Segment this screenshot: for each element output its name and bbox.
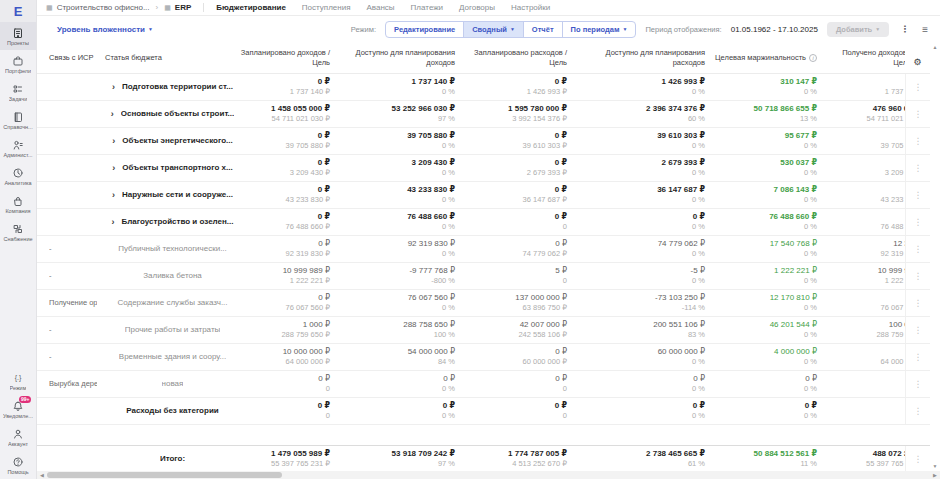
sidebar-item-mode[interactable]: {.}Режим <box>0 367 36 395</box>
sidebar-item-help[interactable]: Помощь <box>0 451 36 479</box>
chevron-down-icon: ▼ <box>148 27 153 32</box>
row-menu-icon[interactable]: ⋮ <box>914 298 923 308</box>
sidebar-item-administration[interactable]: Админист... <box>0 134 36 162</box>
table-row[interactable]: Получение орСодержание службы заказч...0… <box>37 290 930 317</box>
cell-budget-item: ›Подготовка территории ст... <box>97 82 240 92</box>
cell-budget-item: ›Объекты энергетического... <box>97 136 240 146</box>
cell-available-income: 1 737 140 ₽0 % <box>330 77 455 97</box>
sidebar-item-label: Уведомле... <box>3 413 33 419</box>
row-menu-icon[interactable]: ⋮ <box>914 454 923 464</box>
row-menu-icon[interactable]: ⋮ <box>914 190 923 200</box>
mode-button-1[interactable]: Редактирование <box>386 22 463 37</box>
target-margin-value: 46 201 544 ₽ <box>705 320 817 330</box>
tab-5[interactable]: Договоры <box>459 3 495 12</box>
table-row[interactable]: ›Основные объекты строит...1 458 055 000… <box>37 101 930 128</box>
target-margin-value: 7 086 143 ₽ <box>705 185 817 195</box>
table-row[interactable]: -Временные здания и соору...10 000 000 ₽… <box>37 344 930 371</box>
table-row[interactable]: Вырубка дереновая0 ₽00 ₽0 %0 ₽00 ₽0 %0 ₽… <box>37 371 930 398</box>
row-menu-icon[interactable]: ⋮ <box>914 352 923 362</box>
mode-button-2[interactable]: Сводный▼ <box>463 22 523 37</box>
table-settings-gear-icon[interactable]: ⚙ <box>913 57 921 67</box>
cell-planned-income: 10 000 000 ₽64 000 000 ₽ <box>240 347 330 367</box>
workspace-grid-icon: ▦ <box>46 4 53 12</box>
tab-1[interactable]: Бюджетирование <box>216 3 286 12</box>
available-income-target: 0 % <box>330 384 455 394</box>
expand-chevron-icon[interactable]: › <box>112 136 115 146</box>
table-row[interactable]: ›Объекты энергетического...0 ₽39 705 880… <box>37 128 930 155</box>
info-icon[interactable]: i <box>809 54 817 62</box>
tab-2[interactable]: Поступления <box>302 3 351 12</box>
table-row[interactable]: -Прочие работы и затраты1 000 ₽288 759 6… <box>37 317 930 344</box>
more-options-icon[interactable]: ⋮ <box>898 24 911 34</box>
expand-chevron-icon[interactable]: › <box>111 109 114 119</box>
sidebar-item-notifications[interactable]: 99+Уведомле... <box>0 395 36 423</box>
row-menu-icon[interactable]: ⋮ <box>914 136 923 146</box>
received-income-target: 3 209 430 ₽ <box>817 168 905 178</box>
app-sidebar: E ПроектыПортфелиЗадачиСправочн...Админи… <box>0 0 37 479</box>
table-row[interactable]: -Публичный технологически...0 ₽92 319 83… <box>37 236 930 263</box>
row-menu-icon[interactable]: ⋮ <box>914 109 923 119</box>
planned-expense-target: 63 896 750 ₽ <box>455 303 567 313</box>
total-row[interactable]: Итого:1 479 055 989 ₽55 397 765 231 ₽53 … <box>37 445 930 471</box>
row-menu-icon[interactable]: ⋮ <box>914 244 923 254</box>
menu-icon[interactable]: ≡ <box>920 24 930 35</box>
nesting-level-dropdown[interactable]: Уровень вложенности ▼ <box>57 25 153 34</box>
sidebar-item-directories[interactable]: Справочн... <box>0 106 36 134</box>
sidebar-item-supply[interactable]: Снабжение <box>0 218 36 246</box>
horizontal-scroll-thumb[interactable] <box>47 472 282 478</box>
available-expense-value: -73 103 250 ₽ <box>567 293 705 303</box>
expand-chevron-icon[interactable]: › <box>112 190 115 200</box>
row-menu-icon[interactable]: ⋮ <box>914 406 923 416</box>
table-row[interactable]: ›Наружные сети и сооруже...0 ₽43 233 830… <box>37 182 930 209</box>
scroll-down-icon[interactable]: ▼ <box>933 463 938 469</box>
budget-item-label: новая <box>162 379 184 389</box>
breadcrumb-project[interactable]: Строительство офисно... <box>57 3 150 12</box>
row-menu-icon[interactable]: ⋮ <box>914 379 923 389</box>
available-income-value: 39 705 880 ₽ <box>330 131 455 141</box>
mode-button-3[interactable]: Отчёт <box>523 22 562 37</box>
planned-expense-value: 0 ₽ <box>455 401 567 411</box>
table-row[interactable]: -Заливка бетона10 999 989 ₽1 222 221 ₽-9… <box>37 263 930 290</box>
target-margin-value: 50 884 512 561 ₽ <box>705 449 817 459</box>
sidebar-item-account[interactable]: Аккаунт <box>0 423 36 451</box>
table-row[interactable]: ›Подготовка территории ст...0 ₽1 737 140… <box>37 74 930 101</box>
scroll-up-icon[interactable]: ▲ <box>933 44 938 50</box>
row-menu-icon[interactable]: ⋮ <box>914 217 923 227</box>
available-income-target: 0 % <box>330 303 455 313</box>
expand-chevron-icon[interactable]: › <box>112 163 115 173</box>
sidebar-item-company[interactable]: Компания <box>0 190 36 218</box>
breadcrumb-app[interactable]: ERP <box>175 3 191 12</box>
vertical-scrollbar[interactable]: ▲ ▼ <box>930 42 940 471</box>
available-income-target: 100 % <box>330 330 455 340</box>
sidebar-item-portfolios[interactable]: Портфели <box>0 50 36 78</box>
period-value[interactable]: 01.05.1962 - 17.10.2025 <box>731 25 818 34</box>
row-menu-icon[interactable]: ⋮ <box>914 271 923 281</box>
row-menu-icon[interactable]: ⋮ <box>914 325 923 335</box>
scroll-left-icon[interactable]: ◀ <box>37 472 47 478</box>
cell-planned-expense: 1 774 787 005 ₽4 513 252 670 ₽ <box>455 449 567 469</box>
sidebar-item-tasks[interactable]: Задачи <box>0 78 36 106</box>
planned-income-target: 76 488 660 ₽ <box>240 222 330 232</box>
table-row[interactable]: ›Благоустройство и озелен...0 ₽76 488 66… <box>37 209 930 236</box>
horizontal-scrollbar[interactable]: ◀ ▶ <box>37 471 940 479</box>
app-logo[interactable]: E <box>0 0 36 22</box>
tab-3[interactable]: Авансы <box>366 3 394 12</box>
row-menu-icon[interactable]: ⋮ <box>914 82 923 92</box>
available-income-value: 288 758 650 ₽ <box>330 320 455 330</box>
mode-button-4[interactable]: По периодам▼ <box>562 22 636 37</box>
sidebar-item-label: Снабжение <box>3 236 32 242</box>
scroll-right-icon[interactable]: ▶ <box>930 472 940 478</box>
expand-chevron-icon[interactable]: › <box>111 217 114 227</box>
tab-6[interactable]: Настройки <box>511 3 550 12</box>
add-button[interactable]: Добавить ▼ <box>827 22 889 37</box>
expand-chevron-icon[interactable]: › <box>112 82 115 92</box>
sidebar-item-projects[interactable]: Проекты <box>0 22 36 50</box>
table-row[interactable]: ›Объекты транспортного х...0 ₽3 209 430 … <box>37 155 930 182</box>
sidebar-item-analytics[interactable]: Аналитика <box>0 162 36 190</box>
received-income-target: 43 233 830 ₽ <box>817 195 905 205</box>
table-row[interactable]: Расходы без категории0 ₽00 ₽0 %0 ₽00 ₽0 … <box>37 398 930 425</box>
target-margin-value: 12 170 810 ₽ <box>705 293 817 303</box>
tab-4[interactable]: Платежи <box>411 3 443 12</box>
row-menu-icon[interactable]: ⋮ <box>914 163 923 173</box>
cell-planned-income: 1 000 ₽288 759 650 ₽ <box>240 320 330 340</box>
